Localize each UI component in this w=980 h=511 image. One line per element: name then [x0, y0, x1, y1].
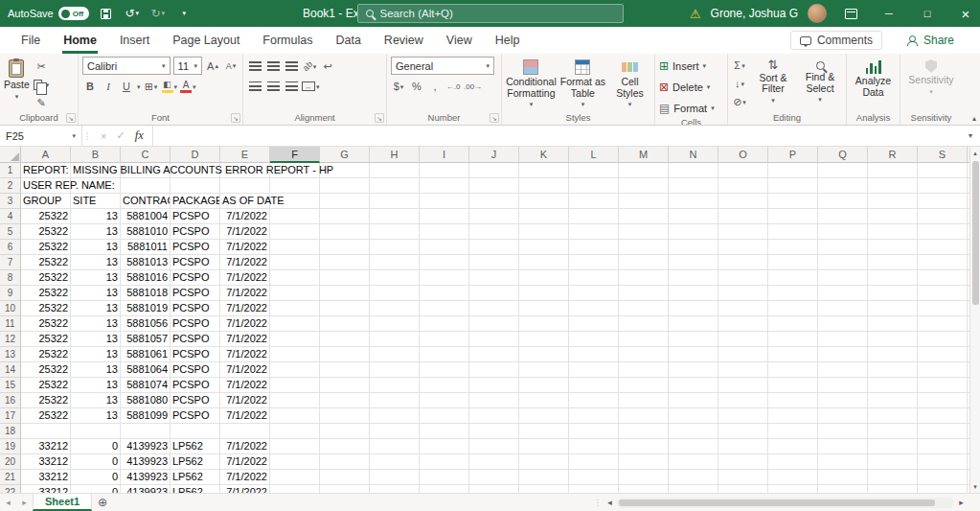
cell-I21[interactable] — [420, 470, 469, 485]
cell-I2[interactable] — [420, 178, 469, 194]
cell-J8[interactable] — [469, 270, 519, 286]
cell-P11[interactable] — [768, 316, 818, 332]
cell-H2[interactable] — [370, 178, 420, 194]
cell-H5[interactable] — [370, 224, 420, 240]
cell-I20[interactable] — [420, 454, 469, 470]
decrease-decimal-button[interactable]: .00→ — [464, 79, 482, 94]
cell-P19[interactable] — [768, 439, 818, 454]
cell-F21[interactable] — [270, 470, 320, 485]
search-box[interactable] — [357, 4, 624, 23]
cell-D20[interactable]: LP562 — [171, 454, 220, 470]
redo-button[interactable]: ↻▾ — [149, 4, 167, 23]
cell-B21[interactable]: 0 — [71, 470, 121, 485]
cell-F16[interactable] — [270, 393, 320, 408]
cell-F17[interactable] — [270, 408, 320, 424]
row-header-14[interactable]: 14 — [0, 362, 21, 378]
cell-R21[interactable] — [868, 470, 918, 485]
font-color-button[interactable]: A ▾ — [180, 79, 196, 94]
cell-O20[interactable] — [718, 454, 768, 470]
cell-Q7[interactable] — [818, 255, 868, 270]
cell-L2[interactable] — [569, 178, 619, 194]
fill-button[interactable]: ↓▾ — [732, 76, 747, 91]
tab-page-layout[interactable]: Page Layout — [161, 27, 251, 54]
bold-button[interactable]: B — [82, 79, 98, 94]
cell-A13[interactable]: 25322 — [21, 347, 71, 362]
cell-C21[interactable]: 4139923 — [121, 470, 171, 485]
decrease-font-size-button[interactable]: A▾ — [223, 58, 239, 74]
cell-L7[interactable] — [569, 255, 619, 270]
column-header-N[interactable]: N — [669, 147, 718, 163]
cell-J11[interactable] — [469, 316, 519, 332]
cell-B17[interactable]: 13 — [71, 408, 121, 424]
cell-M17[interactable] — [619, 408, 669, 424]
column-header-L[interactable]: L — [569, 147, 619, 163]
cell-L10[interactable] — [569, 301, 619, 316]
cell-C11[interactable]: 5881056 — [121, 316, 171, 332]
cell-J15[interactable] — [469, 378, 519, 393]
cell-H6[interactable] — [370, 240, 420, 255]
clear-button[interactable]: ⊘▾ — [732, 94, 747, 109]
dialog-launcher-icon[interactable]: ↘ — [66, 113, 76, 123]
tab-view[interactable]: View — [435, 27, 484, 54]
cell-M14[interactable] — [619, 362, 669, 378]
insert-function-button[interactable]: fx — [135, 128, 144, 143]
cell-N1[interactable] — [669, 163, 718, 178]
cell-H11[interactable] — [370, 316, 420, 332]
cell-Q14[interactable] — [818, 362, 868, 378]
cell-B10[interactable]: 13 — [71, 301, 121, 316]
cell-A9[interactable]: 25322 — [21, 286, 71, 301]
cell-C2[interactable] — [121, 178, 171, 194]
alert-icon[interactable]: ⚠ — [690, 7, 701, 21]
cell-H12[interactable] — [370, 332, 420, 347]
wrap-text-button[interactable]: ↩ — [320, 58, 335, 74]
cell-S14[interactable] — [918, 362, 968, 378]
increase-decimal-button[interactable]: ←.0 — [445, 79, 461, 94]
cell-R9[interactable] — [868, 286, 918, 301]
cell-B11[interactable]: 13 — [71, 316, 121, 332]
font-size-combo[interactable]: 11 ▾ — [173, 57, 202, 75]
cell-C17[interactable]: 5881099 — [121, 408, 171, 424]
cell-R16[interactable] — [868, 393, 918, 408]
cell-G22[interactable] — [320, 485, 370, 493]
cell-J3[interactable] — [469, 194, 519, 209]
cell-F10[interactable] — [270, 301, 320, 316]
cell-S13[interactable] — [918, 347, 968, 362]
borders-button[interactable]: ⊞▾ — [144, 79, 159, 94]
row-header-17[interactable]: 17 — [0, 408, 21, 424]
cell-J4[interactable] — [469, 209, 519, 224]
cell-A21[interactable]: 33212 — [21, 470, 71, 485]
cell-N3[interactable] — [669, 194, 718, 209]
save-button[interactable] — [98, 4, 115, 23]
cell-F13[interactable] — [270, 347, 320, 362]
cell-N4[interactable] — [669, 209, 718, 224]
cell-K19[interactable] — [519, 439, 569, 454]
cell-Q1[interactable] — [818, 163, 868, 178]
cell-L20[interactable] — [569, 454, 619, 470]
ribbon-display-options-button[interactable] — [836, 0, 865, 27]
cell-A17[interactable]: 25322 — [21, 408, 71, 424]
cell-O21[interactable] — [718, 470, 768, 485]
cell-B4[interactable]: 13 — [71, 209, 121, 224]
cell-A20[interactable]: 33212 — [21, 454, 71, 470]
tab-help[interactable]: Help — [484, 27, 532, 54]
cell-A22[interactable]: 33212 — [21, 485, 71, 493]
cell-O13[interactable] — [718, 347, 768, 362]
cell-O18[interactable] — [718, 424, 768, 439]
cell-E6[interactable]: 7/1/2022 — [220, 240, 270, 255]
cell-D9[interactable]: PCSPO — [171, 286, 220, 301]
cell-M22[interactable] — [619, 485, 669, 493]
column-header-P[interactable]: P — [768, 147, 818, 163]
cell-P1[interactable] — [768, 163, 818, 178]
vertical-scrollbar[interactable]: ▴ ▾ — [969, 147, 980, 493]
cell-N17[interactable] — [669, 408, 718, 424]
cell-O17[interactable] — [718, 408, 768, 424]
cell-K7[interactable] — [519, 255, 569, 270]
cell-Q10[interactable] — [818, 301, 868, 316]
cell-I11[interactable] — [420, 316, 469, 332]
cell-L18[interactable] — [569, 424, 619, 439]
cell-O10[interactable] — [718, 301, 768, 316]
cell-E7[interactable]: 7/1/2022 — [220, 255, 270, 270]
analyze-data-button[interactable]: Analyze Data — [851, 57, 896, 98]
sheet-nav-right-button[interactable]: ▸ — [16, 494, 33, 511]
column-header-E[interactable]: E — [220, 147, 270, 163]
